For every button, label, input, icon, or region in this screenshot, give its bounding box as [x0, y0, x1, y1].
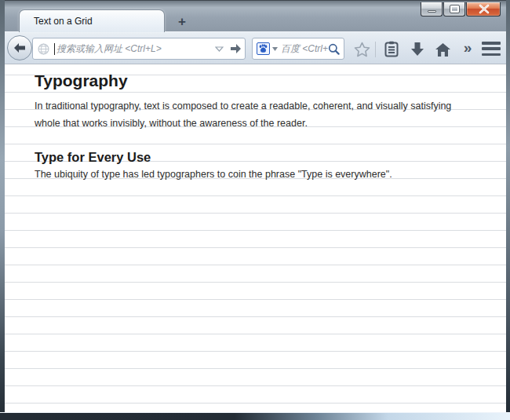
tab-title: Text on a Grid	[20, 10, 164, 32]
baidu-engine-icon[interactable]	[257, 42, 270, 55]
search-bar[interactable]: 百度 <Ctrl+K	[252, 38, 344, 60]
window-frame-bottom	[0, 412, 510, 420]
window-controls	[420, 2, 501, 16]
search-placeholder: 百度 <Ctrl+K	[281, 42, 328, 56]
page-content: Typography In traditional typography, te…	[5, 64, 506, 412]
section-heading: Type for Every Use	[35, 148, 463, 166]
back-arrow-icon	[13, 42, 27, 53]
menu-bar	[482, 42, 501, 45]
browser-window: Text on a Grid +	[0, 0, 510, 420]
body-paragraph: The ubiquity of type has led typographer…	[35, 166, 463, 183]
close-button[interactable]	[466, 2, 501, 16]
hamburger-menu-button[interactable]	[482, 42, 501, 56]
minimize-icon	[428, 10, 436, 13]
bookmarks-menu-button[interactable]	[382, 40, 401, 59]
downloads-button[interactable]	[408, 40, 427, 59]
star-outline-icon	[354, 42, 370, 57]
new-tab-button[interactable]: +	[171, 13, 193, 31]
home-button[interactable]	[433, 40, 452, 59]
download-arrow-icon	[410, 42, 424, 57]
close-icon	[467, 2, 501, 16]
baidu-paw-icon	[258, 44, 268, 53]
intro-paragraph: In traditional typography, text is compo…	[35, 97, 463, 132]
window-frame-left	[0, 0, 5, 420]
home-icon	[435, 42, 451, 57]
text-cursor	[54, 43, 55, 55]
menu-bar	[482, 53, 501, 57]
tab-text-on-a-grid[interactable]: Text on a Grid	[19, 9, 165, 32]
go-arrow-icon[interactable]	[230, 44, 242, 53]
url-bar[interactable]: 搜索或输入网址 <Ctrl+L>	[32, 38, 246, 60]
minimize-button[interactable]	[421, 2, 443, 16]
page-title: Typography	[35, 71, 463, 90]
bookmark-star-icon[interactable]	[352, 40, 371, 59]
search-engine-dropdown-icon[interactable]	[272, 47, 278, 51]
globe-icon	[38, 43, 49, 55]
window-frame-right	[506, 0, 510, 420]
maximize-button[interactable]	[443, 2, 465, 16]
bookmarks-clipboard-icon	[384, 41, 399, 58]
titlebar: Text on a Grid +	[0, 0, 510, 31]
back-button[interactable]	[7, 35, 32, 60]
url-placeholder: 搜索或输入网址 <Ctrl+L>	[56, 42, 215, 56]
navigation-toolbar: 搜索或输入网址 <Ctrl+L>	[1, 31, 509, 64]
maximize-icon	[450, 5, 459, 13]
toolbar-overflow-chevron[interactable]: »	[458, 38, 477, 59]
toolbar-separator	[375, 42, 376, 57]
menu-bar	[482, 47, 501, 50]
search-icon[interactable]	[328, 43, 340, 55]
url-history-dropdown-icon[interactable]	[215, 46, 224, 52]
